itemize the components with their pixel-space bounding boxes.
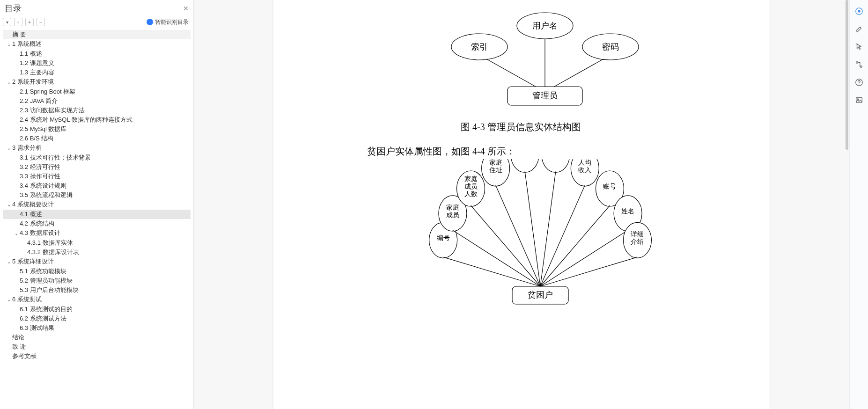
toc-item-label: 5.2 管理员功能模块 bbox=[20, 277, 73, 284]
er-attr: 家庭 bbox=[446, 204, 459, 211]
toc-item-label: 1 系统概述 bbox=[12, 40, 42, 47]
chevron-down-icon[interactable]: ⌄ bbox=[14, 229, 19, 238]
figure-intro: 贫困户实体属性图，如图 4-4 所示： bbox=[367, 145, 515, 158]
chevron-down-icon[interactable]: ⌄ bbox=[7, 40, 11, 49]
toc-item-label: 2.6 B/S 结构 bbox=[20, 135, 53, 142]
toc-item-label: 2.4 系统对 MySQL 数据库的两种连接方式 bbox=[20, 116, 132, 123]
toc-item[interactable]: 2.1 Spring Boot 框架 bbox=[3, 87, 191, 96]
toc-item[interactable]: 4.3.2 数据库设计表 bbox=[3, 248, 191, 257]
toc-item[interactable]: 2.6 B/S 结构 bbox=[3, 134, 191, 143]
toc-item[interactable]: 致 谢 bbox=[3, 342, 191, 351]
er-attr: 住址 bbox=[489, 167, 502, 174]
toc-item[interactable]: 6.1 系统测试的目的 bbox=[3, 305, 191, 314]
toc-item[interactable]: 2.3 访问数据库实现方法 bbox=[3, 106, 191, 115]
svg-line-22 bbox=[540, 205, 610, 286]
toc-item[interactable]: 6.3 测试结果 bbox=[3, 323, 191, 333]
toc-item-label: 4.3.2 数据库设计表 bbox=[27, 248, 79, 256]
edit-icon[interactable] bbox=[854, 24, 864, 34]
svg-point-29 bbox=[858, 10, 860, 12]
toc-item[interactable]: 6.2 系统测试方法 bbox=[3, 314, 191, 323]
close-icon[interactable]: ✕ bbox=[183, 5, 189, 12]
image-icon[interactable] bbox=[854, 95, 864, 105]
toc-item[interactable]: 2.2 JAVA 简介 bbox=[3, 96, 191, 106]
toc-item-label: 4.3 数据库设计 bbox=[20, 229, 60, 236]
er-root: 管理员 bbox=[532, 91, 558, 100]
toc-sidebar: 目录 ✕ ▾ ▫ + − 智能识别目录 摘 要⌄1 系统概述1.1 概述1.2 … bbox=[0, 0, 194, 409]
toc-item[interactable]: 2.4 系统对 MySQL 数据库的两种连接方式 bbox=[3, 115, 191, 124]
document-page: 索引 用户名 密码 管理员 图 4-3 管理员信息实体结构图 贫困户实体属性图，… bbox=[273, 0, 770, 409]
expand-level-button[interactable]: ▫ bbox=[14, 18, 22, 26]
toc-item-label: 结论 bbox=[12, 334, 24, 341]
toc-item[interactable]: 3.3 操作可行性 bbox=[3, 172, 191, 181]
scrollbar-thumb[interactable] bbox=[846, 0, 848, 150]
toc-item-label: 5 系统详细设计 bbox=[12, 258, 54, 265]
toc-item-label: 1.3 主要内容 bbox=[20, 69, 54, 76]
chevron-down-icon[interactable]: ⌄ bbox=[7, 201, 11, 209]
chevron-down-icon[interactable]: ⌄ bbox=[7, 296, 11, 304]
figure-4-4: 编号家庭成员家庭成员人数家庭住址家庭状况封面人均收入账号姓名详细介绍 贫困户 bbox=[273, 159, 770, 318]
toc-item[interactable]: 3.5 系统流程和逻辑 bbox=[3, 190, 191, 200]
er-attr: 姓名 bbox=[621, 208, 634, 215]
er-attr: 人均 bbox=[578, 159, 591, 166]
er-root: 贫困户 bbox=[528, 290, 553, 299]
toc-item[interactable]: 1.3 主要内容 bbox=[3, 68, 191, 77]
er-attr: 人数 bbox=[464, 190, 478, 197]
toc-item[interactable]: 摘 要 bbox=[3, 30, 191, 39]
toc-item[interactable]: ⌄4 系统概要设计 bbox=[3, 200, 191, 210]
toc-item[interactable]: 参考文献 bbox=[3, 351, 191, 361]
toc-item[interactable]: ⌄2 系统开发环境 bbox=[3, 77, 191, 87]
chevron-down-icon[interactable]: ⌄ bbox=[7, 258, 11, 266]
toc-item-label: 4.2 系统结构 bbox=[20, 220, 54, 227]
toc-item-label: 3.3 操作可行性 bbox=[20, 173, 60, 180]
toc-item-label: 2.2 JAVA 简介 bbox=[20, 97, 58, 104]
figure-caption: 图 4-3 管理员信息实体结构图 bbox=[461, 121, 581, 133]
flow-icon[interactable] bbox=[854, 60, 864, 69]
toc-item[interactable]: ⌄5 系统详细设计 bbox=[3, 257, 191, 267]
er-attr: 密码 bbox=[602, 42, 619, 51]
toc-item-label: 1.2 课题意义 bbox=[20, 59, 54, 66]
toc-item-label: 6.3 测试结果 bbox=[20, 324, 54, 331]
toc-item[interactable]: 5.1 系统功能模块 bbox=[3, 267, 191, 276]
select-icon[interactable] bbox=[854, 42, 864, 51]
toc-item[interactable]: 5.2 管理员功能模块 bbox=[3, 276, 191, 285]
toc-item[interactable]: 4.2 系统结构 bbox=[3, 219, 191, 228]
toc-item[interactable]: ⌄6 系统测试 bbox=[3, 295, 191, 305]
toc-item[interactable]: 2.5 MySql 数据库 bbox=[3, 124, 191, 134]
ai-assist-icon[interactable] bbox=[854, 7, 864, 16]
svg-line-4 bbox=[486, 59, 536, 87]
toc-item[interactable]: 3.2 经济可行性 bbox=[3, 162, 191, 172]
remove-heading-button[interactable]: − bbox=[37, 18, 45, 26]
toc-item[interactable]: ⌄1 系统概述 bbox=[3, 39, 191, 49]
toc-item-label: 3.2 经济可行性 bbox=[20, 163, 60, 170]
svg-line-6 bbox=[554, 59, 603, 87]
er-attr: 编号 bbox=[437, 234, 450, 241]
chevron-down-icon[interactable]: ⌄ bbox=[7, 78, 11, 87]
chevron-down-icon[interactable]: ⌄ bbox=[7, 144, 11, 153]
toc-item[interactable]: 5.3 用户后台功能模块 bbox=[3, 285, 191, 295]
collapse-all-button[interactable]: ▾ bbox=[3, 18, 11, 26]
toc-item-label: 3.4 系统设计规则 bbox=[20, 182, 66, 189]
toc-item-label: 4.1 概述 bbox=[20, 211, 42, 218]
right-toolbar bbox=[849, 0, 868, 409]
svg-point-17 bbox=[542, 159, 570, 172]
er-attr: 索引 bbox=[471, 42, 488, 51]
toc-item[interactable]: 结论 bbox=[3, 333, 191, 342]
help-icon[interactable] bbox=[854, 78, 864, 87]
toc-item[interactable]: 1.2 课题意义 bbox=[3, 58, 191, 68]
svg-point-31 bbox=[860, 66, 862, 68]
toc-item[interactable]: 3.1 技术可行性：技术背景 bbox=[3, 153, 191, 162]
add-heading-button[interactable]: + bbox=[25, 18, 34, 26]
toc-item[interactable]: 1.1 概述 bbox=[3, 49, 191, 58]
er-attr: 介绍 bbox=[631, 238, 644, 245]
toc-item[interactable]: 3.4 系统设计规则 bbox=[3, 181, 191, 190]
svg-line-24 bbox=[540, 230, 628, 286]
svg-line-10 bbox=[453, 230, 540, 286]
toc-item[interactable]: ⌄3 需求分析 bbox=[3, 143, 191, 153]
toc-list: 摘 要⌄1 系统概述1.1 概述1.2 课题意义1.3 主要内容⌄2 系统开发环… bbox=[0, 29, 193, 409]
toc-item-label: 2.5 MySql 数据库 bbox=[20, 125, 66, 132]
toc-item[interactable]: 4.3.1 数据库实体 bbox=[3, 238, 191, 248]
toc-item-label: 3 需求分析 bbox=[12, 144, 42, 151]
smart-toc-button[interactable]: 智能识别目录 bbox=[147, 18, 189, 26]
toc-item[interactable]: 4.1 概述 bbox=[3, 210, 191, 219]
toc-item[interactable]: ⌄4.3 数据库设计 bbox=[3, 228, 191, 238]
